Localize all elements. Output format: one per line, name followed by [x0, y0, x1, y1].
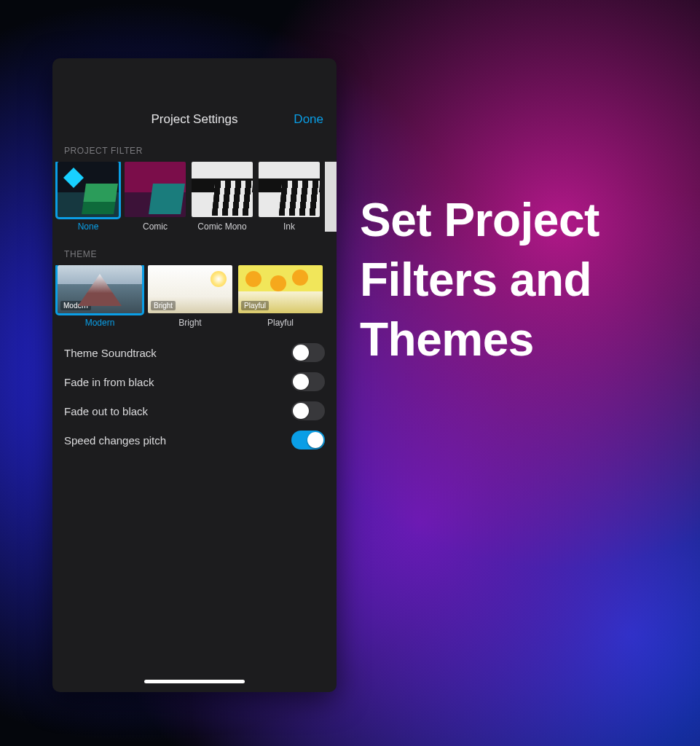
toggle-knob [293, 345, 309, 361]
theme-label: Modern [57, 318, 143, 328]
filter-item-ink[interactable]: Ink [258, 162, 320, 232]
toggle-row-fade-in: Fade in from black [64, 367, 325, 396]
toggle-knob [293, 374, 309, 390]
filter-strip[interactable]: None Comic Comic Mono Ink [52, 162, 337, 239]
filter-label: Comic Mono [191, 221, 253, 232]
toggle-row-fade-out: Fade out to black [64, 396, 325, 425]
toggle-label: Fade in from black [64, 376, 154, 388]
filter-label: Ink [258, 221, 320, 232]
theme-thumb-playful: Playful [238, 265, 323, 313]
page-title: Project Settings [151, 112, 237, 127]
theme-item-modern[interactable]: Modern Modern [57, 265, 143, 328]
filter-item-overflow[interactable] [325, 162, 337, 232]
home-indicator[interactable] [144, 680, 245, 683]
filter-label: None [57, 221, 119, 232]
toggle-knob [307, 432, 323, 448]
filter-thumb-none [58, 162, 119, 217]
theme-label: Playful [237, 318, 323, 328]
filter-thumb-ink [259, 162, 320, 217]
toggle-theme-soundtrack[interactable] [291, 343, 325, 362]
filter-thumb-comic [125, 162, 186, 217]
theme-label: Bright [147, 318, 233, 328]
filter-item-comic-mono[interactable]: Comic Mono [191, 162, 253, 232]
theme-badge: Modern [60, 301, 91, 310]
theme-badge: Playful [241, 301, 269, 310]
filter-item-none[interactable]: None [57, 162, 119, 232]
toggle-row-speed-pitch: Speed changes pitch [64, 425, 325, 455]
toggle-fade-out[interactable] [291, 401, 325, 420]
section-label-theme: THEME [52, 239, 337, 265]
filter-label: Comic [124, 221, 186, 232]
done-button[interactable]: Done [294, 112, 323, 127]
filter-thumb-comic-mono [192, 162, 253, 217]
toggle-speed-pitch[interactable] [291, 431, 325, 449]
theme-strip[interactable]: Modern Modern Bright Bright Playful Play… [52, 265, 337, 335]
theme-item-bright[interactable]: Bright Bright [147, 265, 233, 328]
nav-bar: Project Settings Done [52, 103, 337, 136]
theme-item-playful[interactable]: Playful Playful [237, 265, 323, 328]
toggle-knob [293, 403, 309, 419]
theme-item-neon[interactable]: NEON [328, 265, 337, 328]
toggle-row-theme-soundtrack: Theme Soundtrack [64, 338, 325, 367]
toggle-fade-in[interactable] [291, 372, 325, 391]
toggle-rows: Theme Soundtrack Fade in from black Fade… [52, 335, 337, 455]
phone-frame: Project Settings Done PROJECT FILTER Non… [52, 58, 337, 692]
section-label-filter: PROJECT FILTER [52, 136, 337, 162]
toggle-label: Fade out to black [64, 405, 148, 417]
toggle-label: Theme Soundtrack [64, 347, 157, 359]
toggle-label: Speed changes pitch [64, 434, 166, 447]
theme-thumb-bright: Bright [148, 265, 232, 313]
theme-thumb-modern: Modern [58, 265, 142, 313]
filter-item-comic[interactable]: Comic [124, 162, 186, 232]
status-bar-space [52, 58, 337, 103]
theme-badge: Bright [151, 301, 176, 310]
headline: Set Project Filters and Themes [360, 191, 680, 370]
